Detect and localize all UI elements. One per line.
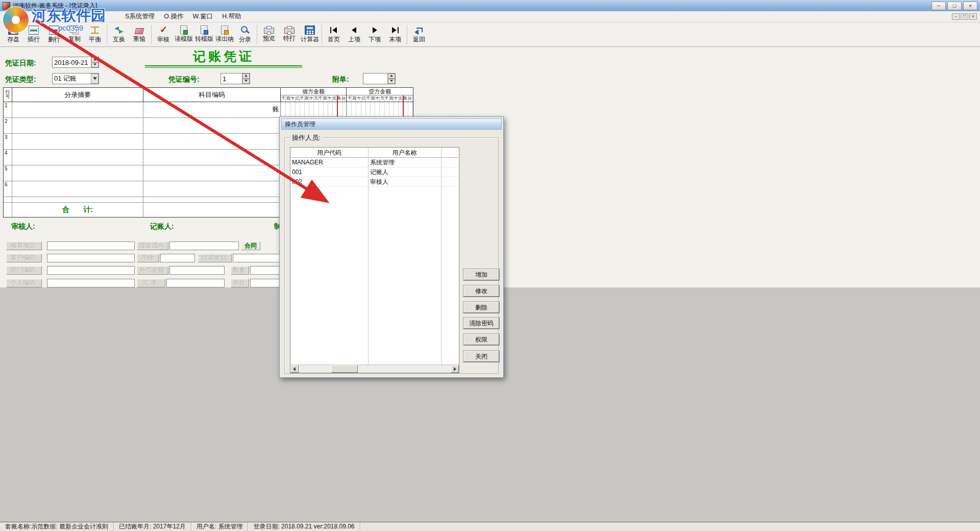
toolbar-next-item-button[interactable]: 下项: [364, 23, 385, 46]
voucher-no-input[interactable]: [221, 74, 242, 84]
toolbar-last-item-button[interactable]: 末项: [385, 23, 405, 46]
summary-cell[interactable]: [12, 134, 143, 149]
save-icon: [8, 26, 18, 35]
subject-cell[interactable]: [143, 118, 280, 133]
currency-input[interactable]: [160, 254, 195, 262]
spinner-up-icon[interactable]: [91, 57, 99, 62]
delete-button[interactable]: 删除: [463, 302, 499, 313]
user-code-header: 用户代码: [290, 148, 368, 157]
toolbar-balance-button[interactable]: 平衡: [85, 23, 105, 46]
operator-list[interactable]: 用户代码 用户名称 MANAGER 系统管理 001 记账人 002 审核人: [290, 147, 459, 373]
toolbar-calculator-button[interactable]: 计算器: [300, 23, 320, 46]
subject-cell[interactable]: [143, 165, 280, 181]
voucher-type-field[interactable]: [52, 73, 99, 84]
settle-type-input[interactable]: [233, 254, 280, 262]
attach-field[interactable]: [363, 73, 396, 84]
mdi-close-button[interactable]: ×: [969, 13, 977, 20]
subject-cell[interactable]: [143, 181, 280, 197]
cash-flow-input[interactable]: [169, 242, 239, 250]
dept-code-input[interactable]: [47, 266, 135, 275]
permission-button[interactable]: 权限: [463, 334, 499, 345]
toolbar-delete-row-button[interactable]: 删行: [44, 23, 64, 46]
scroll-left-icon[interactable]: [290, 365, 299, 373]
subject-cell[interactable]: 账: [143, 102, 280, 117]
credit-cell[interactable]: [347, 102, 413, 117]
toolbar-entry-button[interactable]: 分录: [235, 23, 255, 46]
rate-input[interactable]: [166, 279, 225, 287]
mdi-restore-button[interactable]: □: [961, 13, 968, 20]
summary-cell[interactable]: [12, 181, 143, 197]
modify-button[interactable]: 修改: [463, 285, 499, 297]
horizontal-scrollbar[interactable]: [290, 365, 459, 373]
person-code-input[interactable]: [47, 279, 135, 287]
scrollbar-thumb[interactable]: [331, 365, 358, 373]
minimize-button[interactable]: −: [932, 2, 946, 10]
toolbar-special-print-button[interactable]: 特打: [279, 23, 300, 46]
scroll-right-icon[interactable]: [451, 365, 459, 373]
voucher-type-input[interactable]: [53, 74, 91, 84]
toolbar-reinput-button[interactable]: 重输: [129, 23, 150, 46]
spinner-up-icon[interactable]: [242, 74, 250, 79]
menu-operate[interactable]: O.操作: [159, 11, 188, 22]
close-dialog-button[interactable]: 关闭: [463, 351, 499, 362]
attach-input[interactable]: [363, 74, 387, 84]
toolbar-save-button[interactable]: 存盘: [3, 23, 23, 46]
user-name-header: 用户名称: [368, 148, 441, 157]
dialog-titlebar[interactable]: 操作员管理: [281, 118, 502, 130]
status-bar: 套账名称:示范数据: 最新企业会计准则 已结账年月: 2017年12月 用户名:…: [0, 522, 980, 531]
clear-password-button[interactable]: 清除密码: [463, 318, 499, 329]
calculator-icon: [305, 26, 315, 35]
subject-cell[interactable]: [143, 150, 280, 165]
toolbar-save-template-button[interactable]: 转模版: [194, 23, 214, 46]
list-column-divider: [441, 148, 442, 365]
toolbar-prev-item-button[interactable]: 上项: [344, 23, 364, 46]
foreign-amount-input[interactable]: [169, 266, 225, 275]
spinner-down-icon[interactable]: [388, 79, 395, 84]
menu-system[interactable]: S系统管理: [120, 11, 159, 22]
add-button[interactable]: 增加: [463, 269, 499, 280]
attach-spinner[interactable]: [387, 74, 395, 84]
quantity-input[interactable]: [250, 266, 280, 275]
contract-button[interactable]: 合同: [241, 242, 260, 250]
menu-window[interactable]: W.窗口: [188, 11, 218, 22]
summary-header: 分录摘要: [12, 88, 143, 102]
menu-help[interactable]: H.帮助: [217, 11, 246, 22]
close-button[interactable]: ×: [963, 2, 977, 10]
toolbar-copy-button[interactable]: 复制: [64, 23, 85, 46]
summary-cell[interactable]: [12, 118, 143, 133]
toolbar-read-template-button[interactable]: 读模版: [174, 23, 194, 46]
operator-row[interactable]: 002 审核人: [290, 177, 459, 187]
unit-price-input[interactable]: [250, 279, 280, 287]
toolbar-audit-button[interactable]: 审核: [153, 23, 174, 46]
toolbar-swap-button[interactable]: 互换: [109, 23, 129, 46]
spinner-down-icon[interactable]: [91, 62, 99, 67]
toolbar-return-button[interactable]: 返回: [409, 23, 429, 46]
voucher-date-input[interactable]: [53, 57, 91, 67]
toolbar-read-cashier-button[interactable]: 读出纳: [214, 23, 235, 46]
summary-cell[interactable]: [12, 102, 143, 117]
toolbar-first-item-button[interactable]: 首页: [324, 23, 344, 46]
unit-price-label: 单价:: [231, 279, 249, 287]
maximize-button[interactable]: □: [947, 2, 962, 10]
customer-code-input[interactable]: [47, 254, 135, 262]
operator-row[interactable]: MANAGER 系统管理: [290, 158, 459, 167]
toolbar-insert-row-button[interactable]: 插行: [23, 23, 44, 46]
summary-cell[interactable]: [12, 150, 143, 165]
no-spinner[interactable]: [242, 74, 250, 84]
spinner-down-icon[interactable]: [242, 79, 250, 84]
spinner-up-icon[interactable]: [388, 74, 395, 79]
dropdown-arrow-icon[interactable]: [91, 74, 99, 84]
read-cashier-icon: [221, 26, 228, 34]
row-number: 2: [4, 118, 12, 133]
mdi-minimize-button[interactable]: −: [952, 13, 960, 20]
operator-row[interactable]: 001 记账人: [290, 167, 459, 177]
voucher-no-field[interactable]: [220, 73, 250, 84]
debit-cell[interactable]: [281, 102, 347, 117]
date-spinner[interactable]: [91, 57, 99, 67]
summary-cell[interactable]: [12, 165, 143, 181]
voucher-date-field[interactable]: [52, 57, 99, 68]
scrollbar-track[interactable]: [299, 365, 451, 373]
subject-cell[interactable]: [143, 134, 280, 149]
toolbar-preview-button[interactable]: 预览: [259, 23, 279, 46]
accounting-item-input[interactable]: [47, 242, 135, 250]
